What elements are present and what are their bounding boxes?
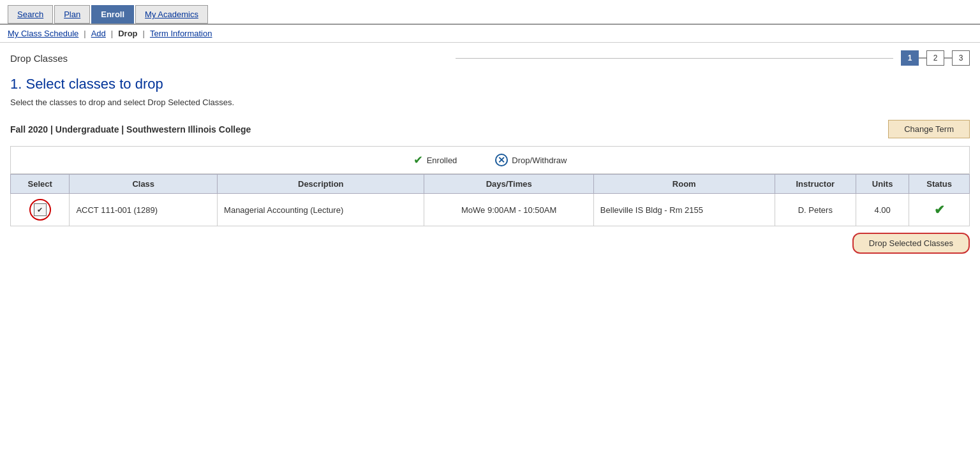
tab-plan[interactable]: Plan xyxy=(54,5,90,24)
step-connector-2 xyxy=(944,57,952,59)
action-row: Drop Selected Classes xyxy=(10,233,970,254)
col-class: Class xyxy=(70,175,218,194)
step-2: 2 xyxy=(926,50,944,66)
col-instructor: Instructor xyxy=(775,175,856,194)
step-1: 1 xyxy=(901,50,919,66)
page-title-row: Drop Classes 1 2 3 xyxy=(10,50,970,66)
legend-drop-withdraw: ✕ Drop/Withdraw xyxy=(495,154,567,166)
main-content: Drop Classes 1 2 3 1. Select classes to … xyxy=(0,43,980,261)
drop-circle-icon: ✕ xyxy=(495,154,508,166)
tab-my-academics[interactable]: My Academics xyxy=(135,5,208,24)
class-table: Select Class Description Days/Times Room… xyxy=(10,174,970,226)
row-description: Managerial Accounting (Lecture) xyxy=(218,194,424,226)
enrolled-check-icon: ✔ xyxy=(413,153,423,167)
row-days-times: MoWe 9:00AM - 10:50AM xyxy=(424,194,593,226)
term-row: Fall 2020 | Undergraduate | Southwestern… xyxy=(10,120,970,138)
sep2: | xyxy=(111,29,113,38)
sub-nav: My Class Schedule | Add | Drop | Term In… xyxy=(0,25,980,43)
legend-enrolled: ✔ Enrolled xyxy=(413,153,457,167)
drop-selected-classes-button[interactable]: Drop Selected Classes xyxy=(852,233,970,254)
subnav-term-information[interactable]: Term Information xyxy=(150,29,212,38)
status-check-icon: ✔ xyxy=(934,203,945,217)
subnav-my-class-schedule[interactable]: My Class Schedule xyxy=(8,29,78,38)
col-units: Units xyxy=(856,175,909,194)
select-checkbox[interactable]: ✔ xyxy=(34,203,47,216)
row-instructor: D. Peters xyxy=(775,194,856,226)
tab-search[interactable]: Search xyxy=(8,5,53,24)
enrolled-label: Enrolled xyxy=(427,156,457,165)
col-status: Status xyxy=(909,175,970,194)
term-label: Fall 2020 | Undergraduate | Southwestern… xyxy=(10,124,251,135)
subnav-add[interactable]: Add xyxy=(91,29,106,38)
step-3: 3 xyxy=(952,50,970,66)
tab-enroll[interactable]: Enroll xyxy=(91,5,134,24)
col-room: Room xyxy=(593,175,775,194)
section-desc: Select the classes to drop and select Dr… xyxy=(10,98,970,107)
col-days-times: Days/Times xyxy=(424,175,593,194)
select-checkbox-circle[interactable]: ✔ xyxy=(29,199,51,221)
row-units: 4.00 xyxy=(856,194,909,226)
top-nav: Search Plan Enroll My Academics xyxy=(0,0,980,25)
col-select: Select xyxy=(11,175,70,194)
step-connector-1 xyxy=(919,57,926,59)
page-title: Drop Classes xyxy=(10,53,448,64)
change-term-button[interactable]: Change Term xyxy=(888,120,970,138)
step-indicators: 1 2 3 xyxy=(901,50,970,66)
sep3: | xyxy=(143,29,145,38)
drop-withdraw-label: Drop/Withdraw xyxy=(512,156,567,165)
legend-row: ✔ Enrolled ✕ Drop/Withdraw xyxy=(10,146,970,174)
row-class: ACCT 111-001 (1289) xyxy=(70,194,218,226)
col-description: Description xyxy=(218,175,424,194)
subnav-drop: Drop xyxy=(118,29,137,38)
row-room: Belleville IS Bldg - Rm 2155 xyxy=(593,194,775,226)
row-status: ✔ xyxy=(909,194,970,226)
row-select-cell: ✔ xyxy=(11,194,70,226)
table-row: ✔ ACCT 111-001 (1289) Managerial Account… xyxy=(11,194,970,226)
sep1: | xyxy=(84,29,85,38)
section-heading: 1. Select classes to drop xyxy=(10,76,970,92)
